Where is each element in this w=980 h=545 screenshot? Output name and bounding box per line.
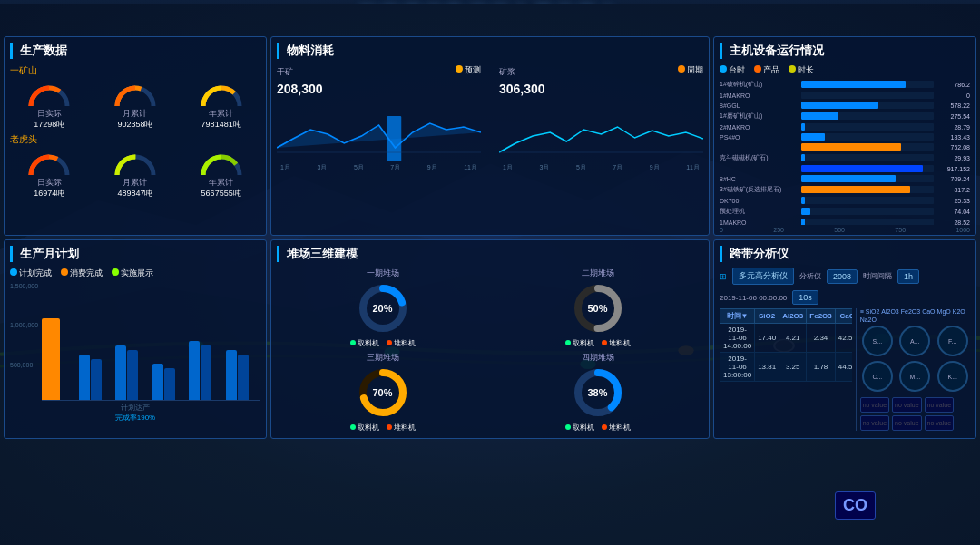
eq-row-9: 917.152 [720, 165, 970, 172]
cb-no-value-row: no value no value no value no value no v… [860, 397, 970, 431]
eq-row-12: DK700 25.33 [720, 197, 970, 204]
gauge-svg-4 [24, 150, 74, 177]
donut-2: 50% [571, 281, 625, 336]
gauge-svg-1 [24, 81, 74, 108]
gauge-monthly-1: 月累计 902358吨 [110, 81, 161, 130]
cb-toolbar: ⊞ 多元高分析仪 分析仪 2008 时间间隔 1h 2019-11-06 00:… [720, 268, 970, 305]
plan-bar-4b [164, 368, 175, 400]
material-legend-1: 预测 [456, 64, 481, 76]
eq-row-13: 预处理机 74.04 [720, 207, 970, 216]
dump-controls-2: 取料机 堆料机 [565, 338, 631, 348]
eq-row-5: 2#MAKRO 28.79 [720, 123, 970, 131]
eq-row-8: 克斗磁磁机(矿石) 29.93 [720, 153, 970, 162]
svg-rect-10 [387, 116, 402, 161]
dump-label-2: 二期堆场 [582, 268, 614, 279]
co-badge: CO [835, 491, 876, 520]
cb-th-al2o3: Al2O3 [779, 309, 807, 324]
dump-controls-3: 取料机 堆料机 [350, 423, 416, 433]
cb-analyzer-icon: ⊞ [720, 272, 727, 281]
cb-gauge-f: F... [936, 326, 970, 358]
no-value-4: no value [860, 415, 889, 431]
gauges-row-2: 日实际 16974吨 月累计 489847吨 年 [10, 150, 260, 199]
plan-bar-highlight [42, 318, 60, 400]
material-title: 物料消耗 [277, 43, 703, 59]
eq-row-6: PS4#O 183.43 [720, 133, 970, 141]
plan-panel: 生产月计划 计划完成 消费完成 实施展示 1,500,000 1,000,000… [4, 239, 267, 439]
plan-bar-3a [115, 345, 126, 400]
plan-bar-5b [201, 345, 211, 400]
gauge-svg-6 [196, 150, 247, 177]
eq-row-3: 8#GGL 578.22 [720, 102, 970, 109]
cb-gauge-circle-a: A... [899, 326, 930, 356]
cb-gauge-s: S... [860, 326, 895, 358]
eq-row-14: 1MAKRO 28.52 [720, 219, 970, 225]
eq-row-7: 752.08 [720, 143, 970, 151]
donut-pct-3: 70% [372, 387, 392, 398]
gauge-value-monthly-2: 489847吨 [117, 189, 152, 199]
cb-gauge-row: S... A... F... C... M... K... [860, 326, 970, 394]
cb-th-cao: CaO [835, 309, 851, 324]
cb-analyzer-select[interactable]: 多元高分析仪 [732, 268, 794, 285]
equipment-title: 主机设备运行情况 [720, 43, 970, 59]
gauge-value-monthly-1: 902358吨 [117, 120, 152, 130]
material-series2-label: 矿浆 [499, 66, 515, 78]
cb-gauge-circle-c: C... [862, 361, 893, 392]
cb-gauge-circle-k: K... [937, 361, 968, 392]
production-panel: 生产数据 一矿山 日实际 17298吨 月累计 [4, 36, 267, 236]
cb-table-row-1: 2019-11-0614:00:00 17.40 4.21 2.34 42.56… [720, 324, 852, 353]
gauge-yearly-2: 年累计 5667555吨 [196, 150, 247, 199]
cb-th-sio2: SiO2 [755, 309, 779, 324]
donut-4: 38% [571, 365, 625, 420]
cb-refresh-btn[interactable]: 10s [792, 290, 818, 305]
dump-grid: 一期堆场 20% 取料机 堆料机 二期堆场 [277, 268, 703, 433]
cb-data-table: 时间▼ SiO2 Al2O3 Fe2O3 CaO MgO K2O 2019-11… [720, 308, 852, 382]
material-value1: 208,300 [277, 82, 481, 96]
dump-controls-4: 取料机 堆料机 [565, 423, 631, 433]
cb-analyzer-id[interactable]: 2008 [827, 269, 858, 284]
cb-time-label: 时间间隔 [863, 271, 892, 281]
gauge-label-daily-1: 日实际 [37, 108, 62, 120]
material-legend-2: 周期 [678, 64, 703, 76]
gauge-label-monthly-2: 月累计 [122, 177, 147, 189]
gauge-label-daily-2: 日实际 [37, 177, 62, 189]
crossbelt-title: 跨带分析仪 [720, 246, 970, 262]
no-value-1: no value [860, 397, 889, 413]
plan-bars [42, 283, 260, 401]
gauge-daily-2: 日实际 16974吨 [24, 150, 74, 199]
equipment-legend: 台时 产品 时长 [720, 64, 970, 76]
plan-bar-2a [79, 355, 90, 400]
dump-label-4: 四期堆场 [582, 352, 614, 364]
dump-item-2: 二期堆场 50% 取料机 堆料机 [492, 268, 703, 348]
plan-bar-6a [226, 350, 237, 400]
gauge-value-yearly-1: 7981481吨 [201, 120, 241, 130]
cb-table-row-2: 2019-11-0613:00:00 13.81 3.25 1.78 44.55… [720, 353, 852, 382]
plan-yaxis: 1,500,000 1,000,000 500,000 [10, 283, 42, 401]
eq-row-11: 3#磁铁矿(反选排尾石) 817.2 [720, 185, 970, 194]
gauge-daily-1: 日实际 17298吨 [24, 81, 74, 130]
eq-row-10: 8#HC 709.24 [720, 175, 970, 182]
gauge-label-yearly-2: 年累计 [209, 177, 233, 189]
eq-row-4: 1#磨矿机(矿山) 275.54 [720, 112, 970, 121]
eq-row-1: 1#破碎机(矿山) 786.2 [720, 80, 970, 89]
gauge-svg-2 [110, 81, 161, 108]
plan-title: 生产月计划 [10, 246, 260, 262]
cb-th-time: 时间▼ [720, 309, 755, 324]
equipment-xaxis: 02505007501000 [720, 227, 970, 233]
gauge-value-yearly-2: 5667555吨 [201, 189, 241, 199]
material-xaxis-1: 1月3月5月7月9月11月 [277, 163, 481, 172]
crossbelt-panel: 跨带分析仪 ⊞ 多元高分析仪 分析仪 2008 时间间隔 1h 2019-11-… [713, 239, 976, 439]
plan-bar-6b [238, 355, 249, 400]
no-value-5: no value [892, 415, 921, 431]
cb-gauge-m: M... [897, 361, 932, 394]
dump-label-3: 三期堆场 [367, 352, 399, 364]
gauge-svg-3 [196, 81, 247, 108]
section1-label: 一矿山 [10, 64, 260, 77]
dump-label-1: 一期堆场 [367, 268, 399, 279]
gauge-yearly-1: 年累计 7981481吨 [196, 81, 247, 130]
gauge-monthly-2: 月累计 489847吨 [110, 150, 161, 199]
material-chart-1 [277, 98, 481, 161]
cb-time-interval[interactable]: 1h [897, 269, 919, 284]
material-series1-label: 干矿 [277, 66, 293, 78]
donut-pct-4: 38% [587, 387, 607, 398]
equipment-list: 1#破碎机(矿山) 786.2 1#MAKRO 0 8#GGL 578.22 1… [720, 80, 970, 225]
